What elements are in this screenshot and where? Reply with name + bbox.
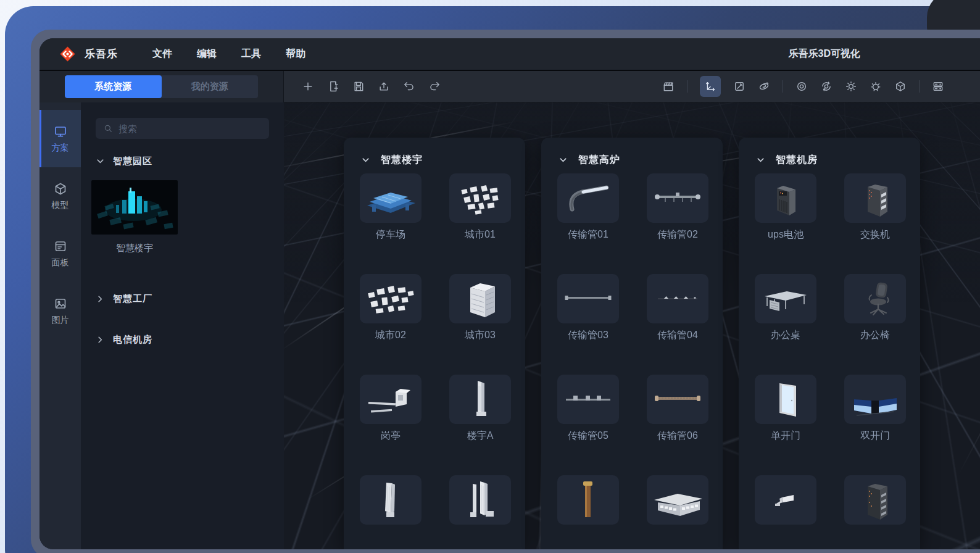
menu-item-帮助[interactable]: 帮助 [286,48,305,60]
model-label: 传输管06 [657,430,698,442]
model-thumbnail-city01[interactable] [449,173,511,223]
scene-preview-smart-building[interactable] [91,180,178,235]
animation-icon[interactable] [662,80,675,93]
model-label: 城市01 [465,228,496,241]
tab-我的资源[interactable]: 我的资源 [162,75,259,98]
model-cube-icon[interactable] [894,80,907,93]
app-title: 乐吾乐3D可视化 [789,48,860,60]
model-item-传输管02: 传输管02 [647,173,708,274]
model-item-办公桌: 办公桌 [755,274,816,375]
upload-icon[interactable] [378,80,390,93]
model-label: 传输管03 [568,329,608,341]
model-thumbnail-city02[interactable] [360,274,421,323]
new-file-icon[interactable] [327,80,339,93]
model-item-传输管05: 传输管05 [557,375,619,475]
model-thumbnail-door1[interactable] [755,375,816,424]
model-item-交换机: 交换机 [844,173,906,274]
model-thumbnail-ups[interactable] [755,173,816,223]
model-item-camera [755,475,816,549]
chevron-down-icon [756,156,765,165]
chevron-down-icon [96,157,105,166]
redo-icon[interactable] [428,80,441,93]
model-thumbnail-booth[interactable] [360,375,421,424]
menubar: 乐吾乐 文件编辑工具帮助 乐吾乐3D可视化 [39,38,980,71]
panel-icon [53,239,68,254]
model-thumbnail-chair[interactable] [844,274,906,323]
sidebar-item-label: 方案 [52,143,69,154]
rotate-3d-icon[interactable] [758,80,770,93]
tree-node-smart-park[interactable]: 智慧园区 [96,156,269,167]
model-item-传输管03: 传输管03 [557,274,619,375]
orbit-view-icon[interactable] [820,80,833,93]
model-thumbnail-rack2[interactable] [844,475,906,525]
sidebar-item-图片[interactable]: 图片 [39,282,81,339]
model-thumbnail-pipe02[interactable] [647,173,708,223]
brand-name: 乐吾乐 [85,47,118,61]
light-icon[interactable] [845,80,857,93]
save-icon[interactable] [352,80,365,93]
model-thumbnail-pipe04[interactable] [647,274,708,323]
model-item-楼宇A: 楼宇A [449,375,511,475]
search-icon [103,123,113,133]
tree-node-smart-factory[interactable]: 智慧工厂 [96,293,269,305]
sidebar-item-label: 模型 [52,200,69,211]
model-thumbnail-pipe05[interactable] [557,375,619,424]
model-thumbnail-parking[interactable] [360,173,421,223]
model-thumbnail-door2[interactable] [844,375,906,424]
menu-item-编辑[interactable]: 编辑 [197,48,217,60]
panel-title: 智慧楼宇 [381,154,423,167]
panel-header-智慧高炉[interactable]: 智慧高炉 [541,138,723,167]
resource-explorer: 智慧园区 智慧楼宇 智慧工厂 电信机房 [81,102,284,549]
model-thumbnail-towerC[interactable] [449,475,511,525]
model-thumbnail-rack[interactable] [844,173,906,223]
undo-icon[interactable] [403,80,415,93]
model-item-城市03: 城市03 [449,274,511,375]
edit-plane-icon[interactable] [733,80,745,93]
model-thumbnail-camera[interactable] [755,475,816,525]
model-thumbnail-pipe01[interactable] [557,173,619,223]
sidebar-item-模型[interactable]: 模型 [39,167,81,225]
model-thumbnail-pipe03[interactable] [557,274,619,323]
model-thumbnail-towerA[interactable] [449,375,511,424]
move-axes-icon[interactable] [704,80,716,93]
move-axes-selected-toggle[interactable] [700,76,721,97]
model-thumbnail-desk[interactable] [755,274,816,323]
model-label: 传输管05 [568,430,608,442]
search-box[interactable] [96,118,269,139]
model-item-rack2 [844,475,906,549]
model-thumbnail-pipeRust[interactable] [557,475,619,525]
model-thumbnail-city03[interactable] [449,274,511,323]
panel-header-智慧机房[interactable]: 智慧机房 [739,138,920,167]
sidebar-item-方案[interactable]: 方案 [39,110,81,167]
panel-title: 智慧高炉 [578,154,620,167]
scene-preview-caption: 智慧楼宇 [91,243,178,254]
model-thumbnail-towerB[interactable] [360,475,421,525]
tree-node-telecom-room[interactable]: 电信机房 [96,334,269,346]
menu-items: 文件编辑工具帮助 [152,48,305,60]
model-label: 办公椅 [860,329,890,341]
chevron-right-icon [96,335,105,344]
model-label: 单开门 [771,430,800,442]
tab-系统资源[interactable]: 系统资源 [65,75,162,98]
add-icon[interactable] [302,80,314,93]
panel-header-智慧楼宇[interactable]: 智慧楼宇 [344,138,525,167]
focus-view-icon[interactable] [795,80,808,93]
ambient-light-icon[interactable] [870,80,882,93]
model-thumbnail-shed[interactable] [647,475,708,525]
layers-panel-icon[interactable] [932,80,944,93]
model-item-单开门: 单开门 [755,375,816,475]
model-item-传输管04: 传输管04 [647,274,708,375]
model-item-pipeRust [557,475,619,549]
model-item-城市01: 城市01 [449,173,511,274]
model-label: 传输管04 [657,329,698,341]
tree-node-label: 智慧园区 [113,156,152,167]
sidebar-item-面板[interactable]: 面板 [39,225,81,282]
menu-item-文件[interactable]: 文件 [152,48,172,60]
menu-item-工具[interactable]: 工具 [241,48,261,60]
canvas-3d-viewport[interactable]: 智慧楼宇 停车场 城市01 城市02 城市03 岗亭 楼宇A 智慧高炉 传输管0… [284,102,980,549]
panel-model-grid: 传输管01 传输管02 传输管03 传输管04 传输管05 传输管06 [541,167,723,549]
model-thumbnail-pipe06[interactable] [647,375,708,424]
toolbar-right-group [662,76,980,97]
canvas-toolbar [284,71,980,102]
search-input[interactable] [118,123,262,134]
